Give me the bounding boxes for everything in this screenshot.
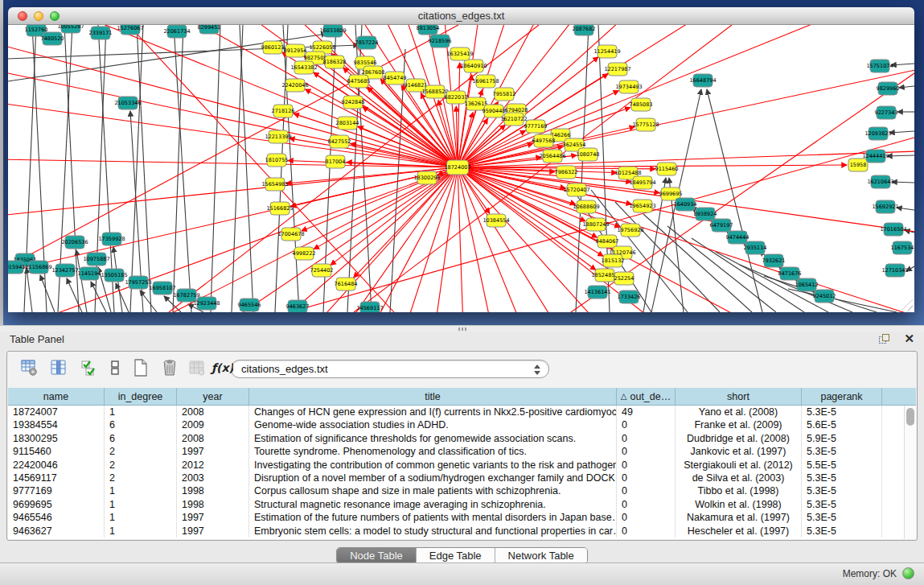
- graph-node[interactable]: 7480520: [41, 32, 64, 45]
- cell-name[interactable]: 9777169: [8, 484, 105, 497]
- graph-node[interactable]: 22061734: [163, 25, 190, 38]
- cell-year[interactable]: 2008: [177, 406, 249, 418]
- graph-node[interactable]: 1145194: [78, 267, 101, 280]
- graph-node[interactable]: 7932621: [762, 254, 786, 267]
- cell-title[interactable]: Corpus callosum shape and size in male p…: [249, 484, 617, 497]
- cell-year[interactable]: 1997: [177, 511, 249, 524]
- delete-table-button[interactable]: [186, 358, 208, 381]
- cell-out_degree[interactable]: 0: [617, 459, 676, 472]
- graph-node[interactable]: 16033809: [319, 25, 346, 37]
- cell-title[interactable]: Tourette syndrome. Phenomenology and cla…: [249, 445, 617, 458]
- graph-node[interactable]: 7955812: [493, 88, 516, 101]
- table-row[interactable]: 911546021997Tourette syndrome. Phenomeno…: [8, 445, 916, 458]
- cell-pagerank[interactable]: 5.3E-5: [802, 525, 882, 538]
- graph-node[interactable]: 8813054: [417, 25, 440, 35]
- cell-year[interactable]: 2008: [177, 432, 249, 445]
- graph-node[interactable]: 8471676: [778, 267, 802, 280]
- graph-node[interactable]: 12213399: [265, 130, 291, 143]
- table-row[interactable]: 1456911722003Disruption of a novel membe…: [8, 472, 916, 484]
- cell-in_degree[interactable]: 6: [105, 432, 177, 445]
- graph-node[interactable]: 12923448: [193, 297, 220, 310]
- graph-node[interactable]: 9465546: [238, 299, 261, 311]
- cell-title[interactable]: Estimation of the future numbers of pati…: [249, 511, 617, 524]
- hub-node[interactable]: 18724007: [444, 160, 470, 175]
- cell-title[interactable]: Disruption of a novel member of a sodium…: [249, 472, 617, 484]
- cell-name[interactable]: 22420046: [8, 459, 105, 472]
- graph-node[interactable]: 1640934: [674, 198, 697, 211]
- function-builder-button[interactable]: ƒ(x): [210, 358, 232, 381]
- cell-out_degree[interactable]: 0: [617, 445, 676, 458]
- cell-year[interactable]: 2009: [177, 418, 249, 431]
- cell-short[interactable]: Hescheler et al. (1997): [676, 525, 802, 538]
- graph-node[interactable]: 8475685: [347, 75, 371, 88]
- graph-node[interactable]: 9227343: [875, 106, 898, 119]
- table-row[interactable]: 2242004622012Investigating the contribut…: [8, 459, 916, 472]
- graph-node[interactable]: 16961758: [472, 75, 499, 88]
- cell-short[interactable]: Nakamura et al. (1997): [676, 511, 802, 524]
- cell-name[interactable]: 19384554: [8, 418, 105, 431]
- column-header-name[interactable]: name: [8, 388, 105, 405]
- cell-pagerank[interactable]: 5.3E-5: [802, 484, 882, 497]
- cell-pagerank[interactable]: 5.3E-5: [802, 472, 882, 484]
- tab-network-table[interactable]: Network Table: [495, 548, 587, 563]
- table-row[interactable]: 1938455462009Genome-wide association stu…: [8, 418, 916, 431]
- graph-node[interactable]: 11254419: [593, 45, 620, 58]
- graph-node[interactable]: 10384554: [483, 214, 509, 227]
- graph-node[interactable]: 9463627: [286, 300, 310, 312]
- graph-node[interactable]: 10975887: [83, 253, 109, 266]
- graph-node[interactable]: 2339171: [89, 27, 113, 39]
- graph-node[interactable]: 16325419: [446, 47, 473, 60]
- cell-in_degree[interactable]: 2: [105, 459, 177, 472]
- graph-node[interactable]: 11156869: [25, 261, 51, 274]
- cell-title[interactable]: Changes of HCN gene expression and I(f) …: [249, 406, 617, 418]
- graph-node[interactable]: 20564486: [539, 150, 565, 163]
- table-row[interactable]: 969969511998Structural magnetic resonanc…: [8, 498, 916, 511]
- cell-in_degree[interactable]: 1: [105, 511, 177, 524]
- network-window-titlebar[interactable]: citations_edges.txt: [8, 7, 914, 25]
- graph-node[interactable]: 1733426: [618, 290, 641, 303]
- graph-node[interactable]: 16648794: [689, 74, 716, 87]
- cell-name[interactable]: 14569117: [8, 472, 105, 484]
- graph-node[interactable]: 9474444: [726, 231, 749, 244]
- table-scrollbar[interactable]: [904, 406, 916, 539]
- cell-year[interactable]: 1998: [177, 484, 249, 497]
- graph-node[interactable]: 17016504: [880, 223, 906, 236]
- cell-pagerank[interactable]: 5.5E-5: [802, 459, 882, 472]
- table-row[interactable]: 977716911998Corpus callosum shape and si…: [8, 484, 916, 497]
- graph-node[interactable]: 15692921: [872, 200, 898, 213]
- graph-node[interactable]: 19654923: [629, 200, 655, 212]
- graph-node[interactable]: 18300295: [413, 171, 440, 184]
- graph-node[interactable]: 817004: [326, 155, 346, 168]
- graph-node[interactable]: 22420046: [281, 79, 308, 92]
- graph-node[interactable]: 9242848: [342, 96, 365, 109]
- graph-node[interactable]: 2718126: [272, 105, 295, 117]
- graph-node[interactable]: 15276067: [117, 25, 143, 35]
- graph-node[interactable]: 9245012: [813, 290, 836, 303]
- graph-node[interactable]: 19734493: [615, 80, 642, 93]
- graph-node[interactable]: 7616484: [335, 278, 358, 290]
- cell-pagerank[interactable]: 5.3E-5: [802, 445, 882, 458]
- memory-indicator[interactable]: [902, 567, 914, 579]
- graph-node[interactable]: 15166825: [266, 202, 293, 215]
- graph-node[interactable]: 17004678: [277, 228, 304, 241]
- graph-node[interactable]: 10688609: [573, 200, 599, 213]
- cell-out_degree[interactable]: 0: [617, 484, 676, 497]
- table-column-button[interactable]: [47, 358, 70, 381]
- trash-button[interactable]: [158, 358, 181, 381]
- graph-node[interactable]: 7485083: [630, 98, 653, 111]
- graph-node[interactable]: 9777169: [524, 120, 548, 133]
- tab-node-table[interactable]: Node Table: [337, 548, 417, 563]
- cell-out_degree[interactable]: 0: [617, 418, 676, 431]
- row-height-button[interactable]: [104, 358, 126, 381]
- graph-node[interactable]: 17359928: [98, 233, 125, 245]
- cell-year[interactable]: 1997: [177, 445, 249, 458]
- cell-title[interactable]: Estimation of significance thresholds fo…: [249, 432, 617, 445]
- cell-short[interactable]: Tibbo et al. (1998): [676, 484, 802, 497]
- graph-node[interactable]: 8454749: [384, 72, 407, 84]
- graph-node[interactable]: 20206536: [61, 236, 88, 249]
- cell-short[interactable]: Franke et al. (2009): [676, 418, 802, 431]
- column-header-out_degree[interactable]: △out_de…: [617, 388, 676, 405]
- graph-node[interactable]: 18640910: [460, 60, 487, 72]
- column-header-year[interactable]: year: [177, 388, 249, 405]
- graph-node[interactable]: 1065412: [795, 278, 819, 291]
